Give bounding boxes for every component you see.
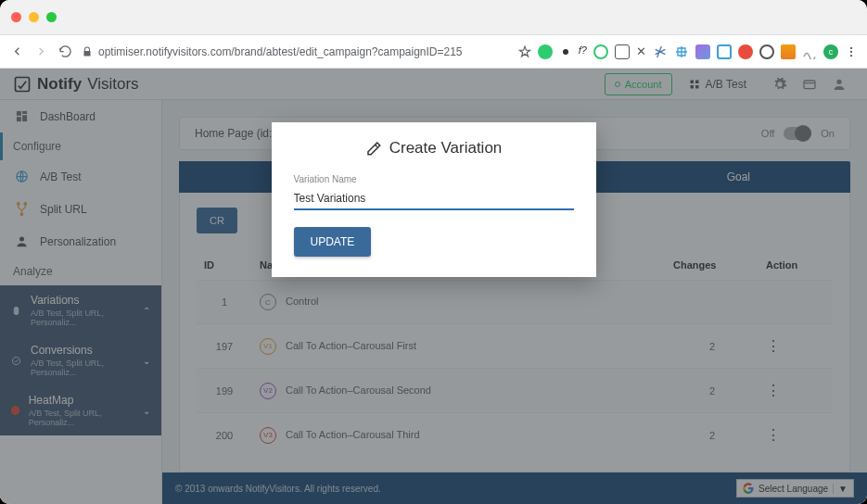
url-text: optimiser.notifyvisitors.com/brand/abtes… [98,45,463,58]
ext-icon[interactable]: c [823,44,838,59]
address-bar[interactable]: optimiser.notifyvisitors.com/brand/abtes… [82,45,463,58]
ext-icon[interactable]: ✕ [636,44,646,59]
edit-icon [365,140,382,157]
minimize-window-button[interactable] [29,12,39,22]
ext-icon[interactable]: f? [579,44,587,59]
create-variation-modal: Create Variation Variation Name UPDATE [272,122,596,277]
ext-icon[interactable] [674,44,689,59]
menu-icon[interactable] [845,45,858,58]
back-button[interactable] [9,44,24,59]
variation-name-label: Variation Name [294,174,574,184]
svg-point-2 [850,54,852,56]
ext-icon[interactable] [717,44,732,59]
modal-title: Create Variation [294,139,574,158]
star-icon[interactable] [518,45,531,58]
ext-icon[interactable] [615,44,630,59]
variation-name-input[interactable] [294,188,574,210]
modal-title-text: Create Variation [389,139,503,158]
ext-icon[interactable] [538,44,553,59]
ext-icon[interactable] [563,49,568,55]
extensions-bar: f? ✕ c [518,44,858,59]
ext-icon[interactable] [759,44,774,59]
traffic-lights [11,12,57,22]
forward-button[interactable] [33,44,48,59]
window-titlebar [0,0,867,35]
close-window-button[interactable] [11,12,21,22]
ext-icon[interactable] [653,44,668,59]
ext-icon[interactable] [738,44,753,59]
ext-icon[interactable] [695,44,710,59]
browser-window: optimiser.notifyvisitors.com/brand/abtes… [0,0,867,504]
reload-button[interactable] [57,44,72,59]
maximize-window-button[interactable] [46,12,57,22]
ext-icon[interactable] [802,44,817,59]
svg-point-0 [850,46,852,48]
update-button[interactable]: UPDATE [294,227,372,257]
lock-icon [82,46,93,57]
browser-toolbar: optimiser.notifyvisitors.com/brand/abtes… [0,35,867,69]
svg-point-1 [850,50,852,52]
ext-icon[interactable] [593,44,608,59]
ext-icon[interactable] [781,44,796,59]
